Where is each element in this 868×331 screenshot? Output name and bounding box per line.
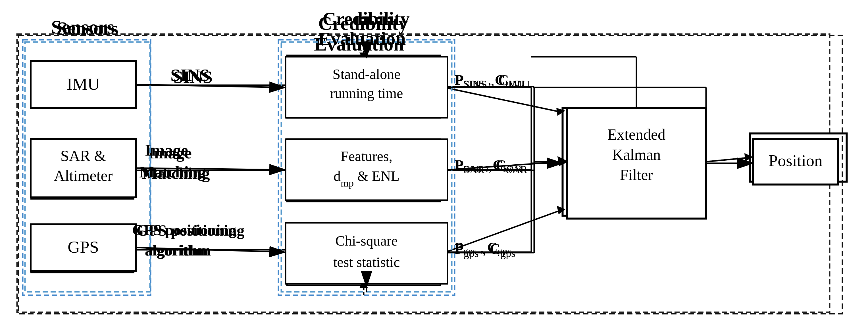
- svg-text:PSAR , CSAR: PSAR , CSAR: [455, 157, 522, 174]
- svg-text:GPS positioning: GPS positioning: [132, 222, 237, 238]
- svg-text:test  statistic: test statistic: [333, 254, 400, 270]
- svg-rect-21: [285, 223, 447, 284]
- svg-line-29: [136, 85, 284, 88]
- diagram-container: Sensors Credibility Evaluation IMU SAR &…: [0, 0, 868, 331]
- svg-text:Chi-square: Chi-square: [335, 233, 398, 249]
- svg-rect-40: [567, 108, 706, 219]
- svg-text:GPS: GPS: [68, 238, 99, 256]
- svg-text:Filter: Filter: [620, 166, 653, 184]
- svg-text:Features,: Features,: [341, 148, 392, 164]
- svg-text:IMU: IMU: [67, 75, 100, 93]
- svg-text:Pgps , Cgps: Pgps , Cgps: [455, 239, 511, 256]
- svg-text:Extended: Extended: [608, 126, 665, 143]
- clean-arrows-svg: Sensors Credibility Evaluation IMU SAR &…: [0, 0, 868, 331]
- svg-text:Matching: Matching: [139, 163, 206, 181]
- svg-text:Position: Position: [769, 151, 823, 170]
- svg-text:Credibility: Credibility: [322, 8, 410, 29]
- svg-text:algorithm: algorithm: [145, 242, 209, 259]
- svg-text:Sensors: Sensors: [57, 18, 118, 39]
- svg-text:PSINS , CIMU: PSINS , CIMU: [455, 72, 524, 89]
- svg-text:SAR &: SAR &: [61, 147, 106, 164]
- svg-text:Image: Image: [145, 141, 188, 159]
- svg-text:Kalman: Kalman: [612, 146, 661, 163]
- svg-text:running time: running time: [330, 85, 403, 101]
- svg-text:Stand-alone: Stand-alone: [333, 66, 401, 82]
- svg-text:Altimeter: Altimeter: [54, 167, 113, 184]
- svg-text:SINS: SINS: [170, 65, 210, 85]
- svg-text:Evaluation: Evaluation: [318, 28, 406, 49]
